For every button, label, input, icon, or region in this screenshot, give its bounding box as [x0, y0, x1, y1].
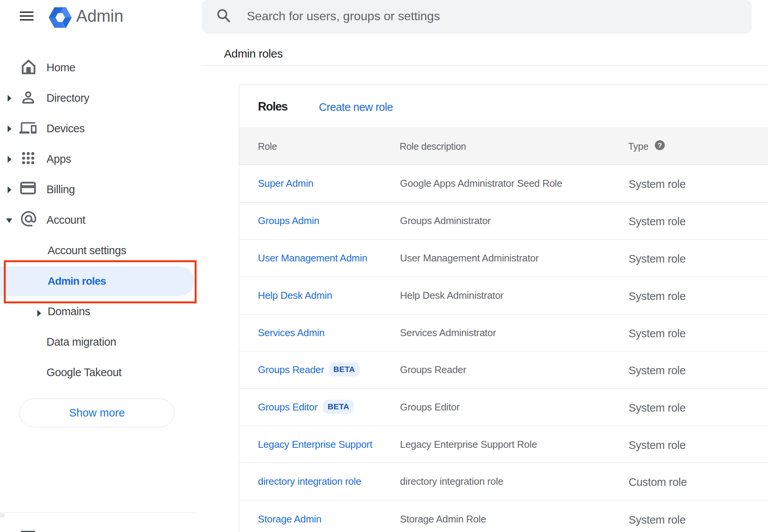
svg-text:?: ? [658, 142, 662, 149]
